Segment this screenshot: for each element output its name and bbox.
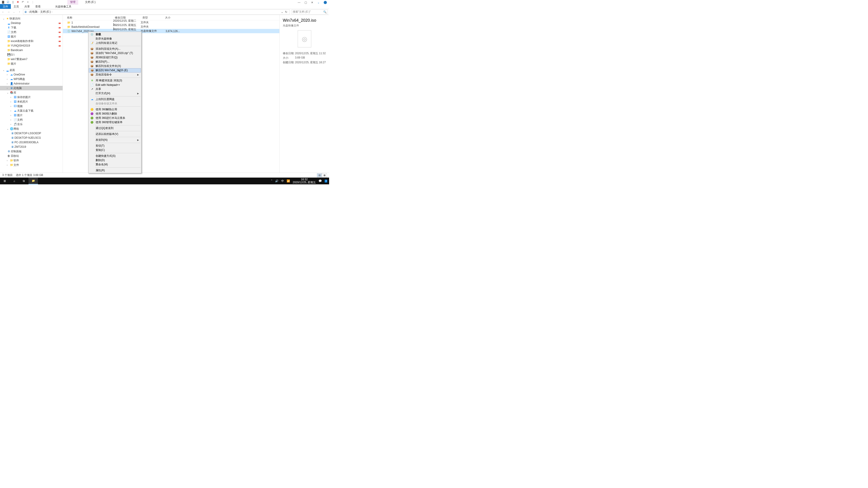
tree-item[interactable]: YUNQISHI2019 [11,44,30,47]
tree-item[interactable]: 库 [13,91,16,95]
ctx-restore-versions[interactable]: 还原以前的版本(V) [89,132,141,136]
tree-item[interactable]: WPS网盘 [13,77,25,81]
ctx-baidu[interactable]: ☁上传到百度网盘 [89,97,141,101]
tree-item[interactable]: 文档 [11,30,16,34]
tree-desktop[interactable]: 桌面 [9,68,15,72]
ctx-honey-browser[interactable]: ✻用 蜂蜜浏览器 浏览(3) [89,78,141,83]
tree-item[interactable]: 图片 [11,35,16,39]
chevron-right-icon[interactable]: › [7,87,9,90]
tree-item[interactable]: 控制面板 [11,150,22,153]
tree-item[interactable]: 图片 [11,62,16,66]
tree-item[interactable]: 图片 [17,113,23,117]
tree-item[interactable]: Bandicam [11,48,23,52]
file-row[interactable]: 📁1 2020/12/15, 星期二 1... 文件夹 [63,20,279,25]
file-row[interactable]: 📁BaiduNetdiskDownload 2020/12/25, 星期五 1.… [63,25,279,29]
tree-item[interactable]: ZMT2019 [14,145,26,149]
tree-item[interactable]: excel表格制作求和 [11,39,33,43]
breadcrumb-item[interactable]: 文档 (E:) [40,10,51,14]
qat-delete-icon[interactable]: ✕ [16,0,20,4]
tree-item[interactable]: 文档 [17,118,23,122]
ctx-add-archive[interactable]: 📦添加到压缩文件(A)... [89,47,141,51]
volume-icon[interactable]: 🔊 [275,180,278,183]
tree-item[interactable]: 视频 [17,104,23,108]
minimize-button[interactable]: — [298,1,301,4]
chevron-right-icon[interactable]: › [10,114,13,117]
chevron-down-icon[interactable]: ⌄ [7,128,9,130]
nav-back-button[interactable]: ← [1,10,5,13]
ctx-cut[interactable]: 剪切(T) [89,144,141,148]
tree-item[interactable]: PC-20190530OBLA [14,141,38,144]
ctx-360-forcedel[interactable]: 🟣使用 360强力删除 [89,111,141,116]
tree-item[interactable]: 软件 [13,159,19,162]
chevron-down-icon[interactable]: ⌄ [3,18,5,20]
ctx-qq-send[interactable]: 通过QQ发送到 [89,126,141,130]
breadcrumb-item[interactable]: 此电脑 [29,10,37,14]
tree-network[interactable]: 网络 [13,127,19,131]
tree-item[interactable]: win7重装win7 [11,57,27,61]
chevron-right-icon[interactable]: › [7,78,9,80]
tree-item[interactable]: DESKTOP-NJEU3CG [14,136,41,139]
tree-item[interactable]: 本机照片 [17,100,28,104]
ctx-properties[interactable]: 属性(R) [89,168,141,173]
close-button[interactable]: ✕ [311,1,313,4]
taskbar-clock[interactable]: 16:32 2020/12/25, 星期五 [293,178,316,184]
chevron-right-icon[interactable]: › [28,11,29,13]
chevron-right-icon[interactable]: › [10,101,13,103]
tree-item[interactable]: 下载 [11,26,16,30]
view-details-button[interactable]: ▤ [317,173,322,177]
chevron-down-icon[interactable]: ⌄ [7,92,9,94]
ctx-open-360zip[interactable]: 📦用360压缩打开(Q) [89,55,141,60]
chevron-right-icon[interactable]: › [52,11,52,13]
task-view-button[interactable]: ⧉ [19,177,29,184]
tree-item[interactable]: 保存的图片 [17,95,31,99]
chevron-right-icon[interactable]: › [7,83,9,85]
ctx-extract-named[interactable]: 📦解压到 Win7x64_2020\ (E) [89,68,141,72]
explorer-taskbar-button[interactable]: 📁 [29,177,38,184]
chevron-right-icon[interactable]: › [7,159,9,162]
chevron-right-icon[interactable]: › [10,105,13,107]
col-type[interactable]: 类型 [141,15,163,20]
chevron-right-icon[interactable]: › [10,96,13,98]
qat-dropdown-icon[interactable]: ▾ [26,0,29,4]
ctx-shortcut[interactable]: 创建快捷方式(S) [89,154,141,158]
nav-up-button[interactable]: ↑ [18,10,21,13]
help-icon[interactable]: ? [324,1,327,4]
view-thumbs-button[interactable]: ▦ [322,173,327,177]
tree-this-pc[interactable]: 此电脑 [13,86,22,90]
tree-item[interactable]: Desktop [11,22,21,25]
search-input[interactable]: 搜索"文档 (E:)" 🔍 [291,9,328,14]
ctx-youdao[interactable]: 📝上传到有道云笔记 [89,41,141,45]
qat-checkbox-icon[interactable]: ☑ [6,0,9,4]
ribbon-tab-view[interactable]: 查看 [33,4,43,9]
tree-item[interactable]: G:\ [11,53,14,56]
nav-history-icon[interactable]: ⌄ [12,11,16,13]
ctx-extract-here[interactable]: 📦解压到当前文件夹(X) [89,64,141,68]
ctx-360-trojan[interactable]: 🟢使用 360进行木马云查杀 [89,116,141,120]
nav-forward-button[interactable]: → [7,10,10,13]
ctx-add-zip[interactable]: 📦添加到 "Win7x64_2020.zip" (T) [89,51,141,55]
tree-item[interactable]: 回收站 [11,154,19,158]
ctx-360-unlock[interactable]: 🟡使用 360解除占用 [89,107,141,111]
chevron-right-icon[interactable]: › [38,11,39,13]
ctx-open-with[interactable]: 打开方式(H)▶ [89,91,141,96]
col-name[interactable]: 名称 [63,15,113,20]
start-button[interactable]: ⊞ [0,177,9,184]
ctx-mount[interactable]: 💿装载 [89,32,141,37]
chevron-right-icon[interactable]: › [7,164,9,166]
tree-item[interactable]: 音乐 [17,123,23,126]
ctx-send-to[interactable]: 发送到(N)▶ [89,138,141,142]
col-size[interactable]: 大小 [163,15,181,20]
maximize-button[interactable]: ▢ [305,1,307,4]
ctx-delete[interactable]: 删除(D) [89,158,141,162]
chevron-down-icon[interactable]: ⌄ [3,69,5,71]
action-center-icon[interactable]: 💬 [318,180,322,183]
network-icon[interactable]: 📶 [287,180,290,183]
chevron-right-icon[interactable]: › [10,123,13,126]
ctx-extract-to[interactable]: 📦解压到(F)... [89,60,141,64]
taskbar[interactable]: ⊞ ⌕ ⧉ 📁 ˄ 🔊 中 📶 16:32 2020/12/25, 星期五 💬 … [0,177,329,184]
ctx-share[interactable]: ↗共享 [89,87,141,91]
qat-undo-icon[interactable]: ↶ [21,0,24,4]
ctx-360-manage[interactable]: 🟢使用 360管理右键菜单 [89,120,141,125]
ctx-notepad[interactable]: 📄Edit with Notepad++ [89,83,141,87]
search-icon[interactable]: 🔍 [323,10,327,13]
